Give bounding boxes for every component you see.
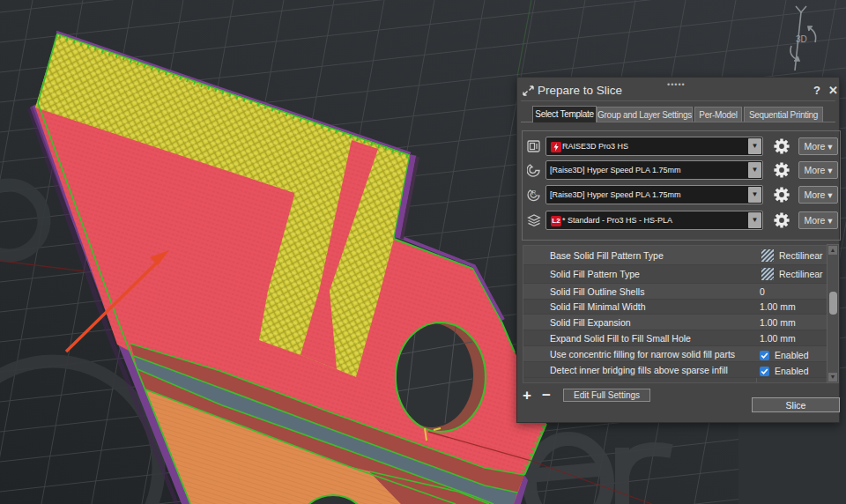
svg-text:3D: 3D	[796, 34, 807, 44]
svg-text:R: R	[532, 189, 537, 196]
